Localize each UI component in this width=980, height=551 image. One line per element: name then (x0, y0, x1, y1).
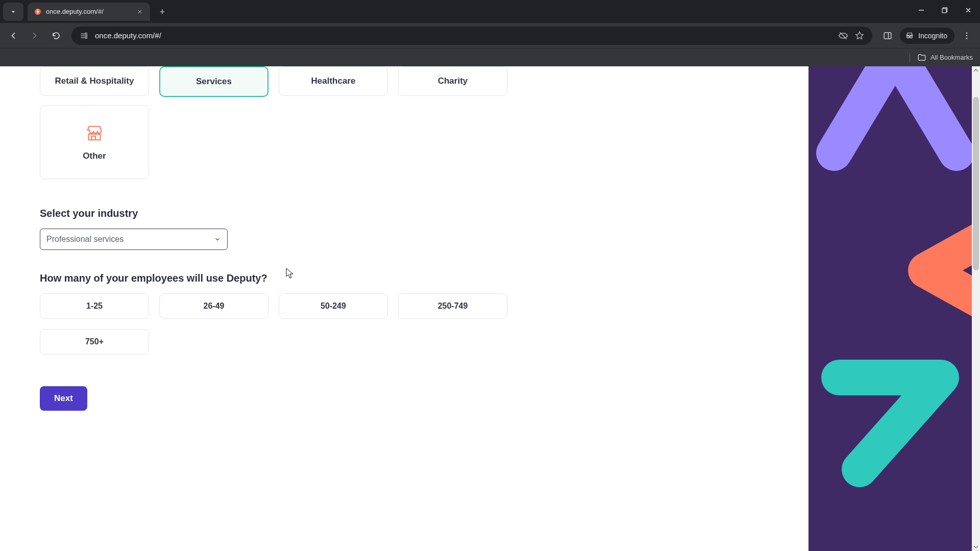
category-other[interactable]: Other (40, 105, 149, 179)
scrollbar-thumb[interactable] (973, 97, 979, 270)
category-label: Charity (438, 76, 468, 86)
minimize-button[interactable] (910, 0, 933, 20)
category-label: Services (196, 77, 232, 87)
site-settings-icon[interactable] (79, 30, 90, 41)
svg-point-6 (966, 32, 968, 34)
decorative-sidebar (808, 66, 972, 551)
range-label: 250-749 (438, 302, 468, 311)
browser-tab[interactable]: once.deputy.com/#/ (28, 3, 150, 21)
divider (910, 53, 910, 62)
next-button[interactable]: Next (40, 386, 87, 411)
address-bar[interactable]: once.deputy.com/#/ (71, 27, 872, 45)
url-text: once.deputy.com/#/ (95, 31, 832, 40)
svg-rect-2 (942, 9, 946, 13)
site-favicon-icon (34, 8, 42, 16)
employee-range-250-749[interactable]: 250-749 (398, 293, 507, 319)
range-label: 1-25 (86, 302, 103, 311)
employee-range-1-25[interactable]: 1-25 (40, 293, 149, 319)
all-bookmarks-button[interactable]: All Bookmarks (930, 54, 973, 61)
storefront-icon (85, 123, 104, 143)
question-employees: How many of your employees will use Depu… (0, 250, 808, 284)
svg-point-4 (85, 37, 87, 38)
svg-point-3 (85, 33, 87, 34)
question-industry: Select your industry (0, 179, 808, 219)
range-label: 750+ (85, 337, 104, 346)
page-content: Retail & Hospitality Services Healthcare… (0, 66, 808, 551)
new-tab-button[interactable] (155, 5, 169, 19)
back-button[interactable] (4, 27, 22, 45)
category-retail-hospitality[interactable]: Retail & Hospitality (40, 66, 149, 96)
button-label: Next (54, 393, 73, 403)
incognito-icon (905, 31, 914, 40)
svg-point-7 (966, 35, 968, 36)
bookmarks-bar: All Bookmarks (0, 48, 980, 66)
tab-title: once.deputy.com/#/ (46, 8, 132, 15)
employee-range-750-plus[interactable]: 750+ (40, 329, 149, 355)
select-value: Professional services (46, 235, 124, 244)
svg-rect-5 (884, 33, 891, 39)
range-label: 50-249 (321, 302, 346, 311)
scroll-down-arrow-icon[interactable] (972, 543, 980, 551)
category-label: Healthcare (311, 76, 356, 86)
category-services[interactable]: Services (159, 66, 268, 97)
range-label: 26-49 (204, 302, 225, 311)
category-label: Retail & Hospitality (55, 76, 134, 86)
employee-range-26-49[interactable]: 26-49 (159, 293, 268, 319)
window-controls (910, 0, 980, 23)
category-healthcare[interactable]: Healthcare (279, 66, 388, 96)
eye-off-icon[interactable] (838, 30, 849, 41)
reload-button[interactable] (47, 27, 65, 45)
employee-range-50-249[interactable]: 50-249 (279, 293, 388, 319)
industry-select[interactable]: Professional services (40, 229, 228, 250)
maximize-button[interactable] (933, 0, 957, 20)
browser-titlebar: once.deputy.com/#/ (0, 0, 980, 23)
close-window-button[interactable] (957, 0, 980, 20)
folder-icon (917, 53, 926, 62)
incognito-indicator[interactable]: Incognito (900, 28, 954, 44)
category-label: Other (83, 151, 106, 161)
category-charity[interactable]: Charity (398, 66, 507, 96)
tab-search-button[interactable] (3, 3, 23, 21)
page-scrollbar[interactable] (972, 66, 980, 551)
incognito-label: Incognito (918, 32, 947, 40)
browser-toolbar: once.deputy.com/#/ Incognito (0, 23, 980, 48)
chevron-down-icon (214, 236, 221, 243)
side-panel-button[interactable] (878, 27, 897, 45)
browser-menu-button[interactable] (958, 27, 976, 45)
tab-close-button[interactable] (136, 8, 144, 16)
forward-button[interactable] (26, 27, 44, 45)
scroll-up-arrow-icon[interactable] (972, 66, 980, 74)
bookmark-star-icon[interactable] (854, 30, 865, 41)
svg-point-8 (966, 37, 968, 39)
